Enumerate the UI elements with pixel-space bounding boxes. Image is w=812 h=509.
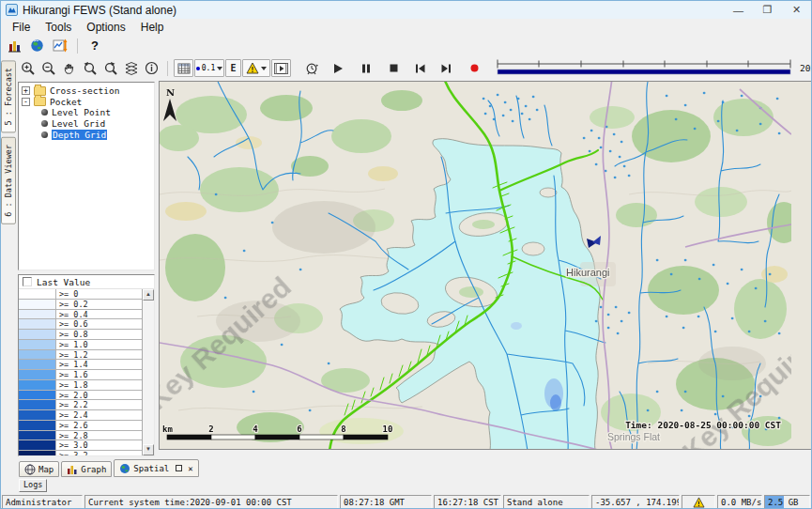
legend-row[interactable]: >= 0 [19, 289, 142, 300]
zoom-in-icon[interactable] [18, 59, 38, 77]
legend-title: Last Value [37, 277, 90, 287]
bullet-icon [41, 109, 48, 116]
expand-icon[interactable]: + [22, 86, 30, 95]
help-button[interactable]: ? [85, 39, 104, 53]
legend-swatch [19, 330, 56, 340]
grid-icon[interactable] [174, 59, 193, 77]
warnings-dropdown[interactable] [242, 59, 270, 77]
data-explorer-icon[interactable] [5, 37, 24, 54]
legend-row[interactable]: >= 2.0 [19, 391, 142, 401]
logs-button[interactable]: Logs [19, 479, 47, 492]
bar-chart-icon [67, 464, 78, 475]
svg-text:N: N [166, 87, 175, 98]
town-label: Hikurangi [566, 267, 609, 278]
tab-spatial[interactable]: Spatial ✕ [114, 459, 198, 477]
menu-help[interactable]: Help [133, 21, 172, 34]
info-icon[interactable] [142, 59, 161, 77]
scroll-track[interactable] [143, 301, 154, 444]
last-value-checkbox[interactable] [23, 277, 32, 286]
timeline-slider[interactable] [495, 56, 793, 81]
toolbar-separator [77, 39, 78, 54]
legend-scrollbar[interactable]: ▲ ▼ [142, 289, 154, 455]
tree-item-level-point[interactable]: Level Point [19, 107, 154, 118]
legend-row[interactable]: >= 1.0 [19, 340, 142, 350]
legend-swatch [19, 370, 56, 380]
export-animation-button[interactable] [271, 59, 291, 77]
map-toolbar: 0.1 E [16, 55, 812, 81]
tab-forecast[interactable]: 5 : Forecast [1, 60, 16, 132]
tree-item-depth-grid[interactable]: Depth Grid [19, 129, 154, 140]
record-button[interactable] [465, 59, 484, 77]
legend-swatch [19, 350, 56, 361]
legend-row[interactable]: >= 2.4 [19, 410, 142, 421]
menu-options[interactable]: Options [79, 21, 132, 34]
stop-button[interactable] [384, 59, 404, 77]
warning-icon [693, 497, 705, 508]
legend-row[interactable]: >= 0.6 [19, 319, 142, 330]
timeline-datetime: 2020-08-25 00:00:00 CST [800, 63, 812, 73]
close-panel-icon[interactable]: ✕ [188, 464, 192, 473]
legend-row[interactable]: >= 3.0 [19, 440, 142, 451]
legend-row[interactable]: >= 2.2 [19, 400, 142, 410]
legend-row[interactable]: >= 0.2 [19, 300, 142, 310]
wire-globe-icon [24, 464, 36, 475]
legend-swatch [19, 391, 56, 401]
layers-icon[interactable] [121, 59, 141, 77]
minimize-button[interactable]: — [724, 1, 753, 19]
animation-clock-icon[interactable] [301, 59, 321, 77]
zoom-next-icon[interactable] [100, 59, 120, 77]
zoom-previous-icon[interactable] [80, 59, 100, 77]
tab-data-viewer[interactable]: 6 : Data Viewer [1, 137, 16, 224]
legend-row[interactable]: >= 1.8 [19, 380, 142, 391]
pan-hand-icon[interactable] [59, 59, 79, 77]
scroll-down-icon[interactable]: ▼ [143, 444, 154, 455]
menu-file[interactable]: File [5, 21, 38, 34]
status-memory: 2.5 GB [764, 495, 810, 509]
legend-row[interactable]: >= 0.8 [19, 330, 142, 340]
last-frame-button[interactable] [437, 59, 456, 77]
labels-button[interactable]: E [225, 59, 241, 77]
maximize-panel-icon[interactable] [176, 465, 182, 471]
legend-swatch [19, 380, 56, 391]
close-button[interactable]: ✕ [782, 1, 811, 19]
map-viewport[interactable]: API Key Required API Key Required Hikura… [159, 81, 812, 450]
app-logo-icon [6, 4, 18, 16]
logs-row: Logs [16, 477, 812, 494]
svg-text:8: 8 [341, 424, 345, 434]
tree-item-level-grid[interactable]: Level Grid [19, 118, 154, 130]
layers-tree-panel: + Cross-section - Pocket Level Point [18, 82, 155, 270]
pause-button[interactable] [356, 59, 375, 77]
legend-row[interactable]: >= 1.6 [19, 370, 142, 380]
menu-tools[interactable]: Tools [38, 21, 79, 34]
play-button[interactable] [328, 59, 347, 77]
legend-row[interactable]: >= 3.2 [19, 451, 142, 455]
window-title: Hikurangi FEWS (Stand alone) [23, 4, 176, 17]
legend-swatch [19, 310, 56, 320]
point-size-dropdown[interactable]: 0.1 [194, 59, 224, 77]
legend-swatch [19, 289, 56, 300]
status-network-rate: 0.0 MB/s [717, 495, 762, 509]
warning-icon [246, 62, 259, 74]
legend-row[interactable]: >= 1.2 [19, 350, 142, 361]
legend-swatch [19, 431, 56, 441]
legend-row[interactable]: >= 2.6 [19, 421, 142, 431]
status-bar: Administrator Current system time:2020-0… [1, 494, 811, 509]
scroll-up-icon[interactable]: ▲ [143, 289, 154, 301]
legend-row[interactable]: >= 1.4 [19, 360, 142, 370]
zoom-out-icon[interactable] [38, 59, 58, 77]
spatial-display-icon[interactable] [50, 37, 69, 54]
status-system-time: Current system time:2020-09-01 00:00 CST [84, 495, 338, 509]
tab-map[interactable]: Map [19, 461, 59, 477]
status-warning-cell[interactable] [682, 495, 715, 509]
first-frame-button[interactable] [410, 59, 430, 77]
svg-text:km: km [162, 424, 173, 434]
globe-icon[interactable] [27, 37, 47, 54]
tab-graph[interactable]: Graph [61, 461, 112, 477]
legend-swatch [19, 410, 56, 421]
legend-row[interactable]: >= 2.8 [19, 431, 142, 441]
tree-item-pocket[interactable]: - Pocket [19, 97, 154, 108]
toolbar-separator [167, 61, 168, 76]
collapse-icon[interactable]: - [22, 98, 30, 106]
maximize-button[interactable]: ❐ [753, 1, 782, 19]
legend-row[interactable]: >= 0.4 [19, 310, 142, 320]
